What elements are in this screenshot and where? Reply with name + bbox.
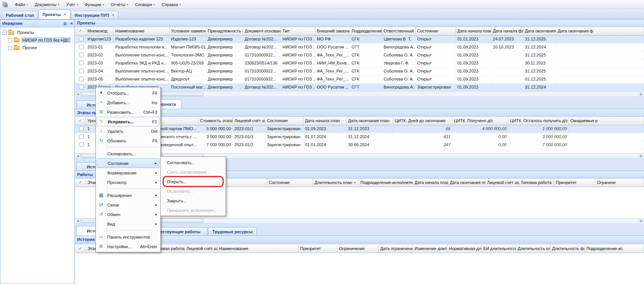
menu-item-select[interactable]: ▼Отобрать...F6 [97, 88, 160, 98]
row-checkbox[interactable] [79, 61, 84, 65]
column-header[interactable]: Длительность пла [516, 245, 550, 253]
menu-item-settings[interactable]: ⚙Настройки...Alt+Enter [97, 242, 160, 251]
close-tab-icon[interactable]: ✕ [63, 13, 66, 16]
grid-row[interactable]: Изделие123Разработка изделия 123Изделие-… [75, 36, 644, 44]
column-header[interactable]: Дата начала факт [491, 27, 523, 36]
column-header[interactable]: Приоритет [554, 179, 596, 187]
menu-item-preview[interactable]: Просмотр▶ [97, 178, 160, 187]
menu-item-links[interactable]: ⇄Связи▶ [97, 200, 160, 210]
column-header[interactable]: Стоимость этапа [199, 117, 233, 125]
column-header[interactable]: Состояние [416, 27, 456, 36]
menu-item-approve[interactable]: Согласовать... [161, 158, 225, 167]
row-checkbox[interactable] [79, 85, 84, 89]
column-header[interactable]: Дата окончания п [523, 27, 556, 36]
select-all-header[interactable]: ✓ [75, 179, 86, 187]
grid-row[interactable]: 2023-04Выполнение опытно-конс...Вектор-А… [75, 68, 644, 76]
column-header[interactable]: Наименование [114, 27, 169, 36]
column-header[interactable]: Нормативная длит [447, 245, 482, 253]
menu-item-edit[interactable]: ✎Исправить...F2 [97, 117, 160, 126]
menu-reports[interactable]: Отчёты▾ [107, 0, 131, 9]
row-checkbox[interactable] [79, 126, 84, 131]
tree-checkbox[interactable] [8, 46, 12, 50]
column-header[interactable]: Состояние [265, 117, 303, 125]
column-header[interactable]: Подразделение-исполнитель.. [359, 179, 413, 187]
menu-item-close[interactable]: Закрыть... [161, 196, 225, 205]
grid-row[interactable]: 2023-02Выполнение опытно-конс...Технолог… [75, 52, 644, 60]
column-header[interactable]: Ответственный [382, 27, 416, 36]
menu-item-formation[interactable]: Формирование▶ [97, 168, 160, 178]
column-header[interactable]: Подразделение-от [350, 27, 382, 36]
grid-row[interactable]: 2023-05Выполнение опытно-конс...Дредноут… [75, 76, 644, 84]
menu-item-copy[interactable]: Скопировать... [97, 149, 160, 158]
column-header[interactable]: Лицевой счёт затрат [233, 117, 265, 125]
tab-labor-resources[interactable]: Трудовые ресурсы [208, 227, 257, 236]
tree-node-other[interactable]: Прочее [0, 44, 74, 52]
column-header[interactable]: Подразделение-ис [585, 245, 644, 253]
row-checkbox[interactable] [79, 69, 84, 73]
tab-pup-instructions[interactable]: Инструкции ПУП✕ [71, 11, 119, 19]
tree-node-projects-root[interactable]: −Проекты [0, 29, 74, 36]
row-checkbox[interactable] [79, 142, 84, 147]
column-header[interactable]: Внешний заказчик [315, 27, 350, 36]
column-header[interactable]: Ожидаемые р [569, 117, 644, 125]
menu-dictionaries[interactable]: Словари▾ [131, 0, 158, 9]
column-header[interactable]: Дата окончания ф [556, 27, 644, 36]
column-header[interactable]: Мнемокод [86, 27, 114, 36]
select-all-header[interactable]: ✓ [75, 27, 86, 36]
column-header[interactable]: Лицевой счёт затр [185, 245, 218, 253]
column-header[interactable]: Длительность план▼ [313, 179, 359, 187]
grid-row[interactable]: 2023-01Разработка технологии и...Магнит … [75, 44, 644, 52]
column-header[interactable]: Ограниче [596, 179, 644, 187]
menu-item-duplicate[interactable]: ⊞Размножить...Ctrl+F3 [97, 107, 160, 117]
column-header[interactable]: Этап проекта [86, 179, 96, 187]
menu-item-add[interactable]: +Добавить...Ins [97, 98, 160, 107]
menu-item-refresh[interactable]: ↻ОбновитьF5 [97, 136, 160, 145]
menu-item-toolbar[interactable]: ▭Панель инструментов [97, 232, 160, 242]
menu-functions[interactable]: Функции▾ [81, 0, 107, 9]
column-header[interactable]: Приоритет [299, 245, 337, 253]
tree-expander-icon[interactable]: − [3, 31, 7, 35]
select-all-header[interactable]: ✓ [75, 245, 86, 253]
menu-help[interactable]: Справка▾ [158, 0, 184, 9]
column-header[interactable]: Изменение длител [413, 245, 447, 253]
column-header[interactable]: ЕИ длительности [482, 245, 516, 253]
filter-icon[interactable]: ▦ [63, 21, 67, 26]
column-header[interactable]: Дата начала план. [413, 179, 448, 187]
select-all-header[interactable]: ✓ [75, 117, 86, 125]
menu-item-exchange[interactable]: ↺Обмен▶ [97, 210, 160, 219]
column-header[interactable]: Типовая работа [519, 179, 554, 187]
tree-node-niokr-goz[interactable]: НИОКР по ГОЗ без НДС [0, 36, 74, 44]
column-header[interactable]: Состояние [267, 179, 313, 187]
column-header[interactable]: Дата окончания план [448, 179, 486, 187]
column-header[interactable]: Дата ограничения [379, 245, 413, 253]
tab-projects[interactable]: Проекты✕ [39, 10, 70, 19]
tree-checkbox[interactable] [8, 38, 12, 42]
close-tab-icon[interactable]: ✕ [112, 13, 115, 17]
column-header[interactable]: Тип [281, 27, 315, 36]
menu-item-state[interactable]: Состояние▶ [97, 158, 160, 168]
column-header[interactable]: Дата начала план [303, 117, 347, 125]
column-header[interactable]: Условное наименова [169, 27, 206, 36]
menu-file[interactable]: Файл▾ [11, 0, 31, 9]
column-header[interactable]: ЦИТК. Получено д/с [452, 117, 508, 125]
tab-desktop[interactable]: Рабочий стол [2, 11, 38, 19]
column-header[interactable]: ЦИТК. Дней до окончания [393, 117, 452, 125]
column-header[interactable]: Наименование [218, 245, 299, 253]
menu-documents[interactable]: Документы▾ [31, 0, 63, 9]
column-header[interactable]: Лицевой счёт затр [486, 179, 519, 187]
column-header[interactable]: Уровень [86, 117, 96, 125]
menu-item-delete[interactable]: ↓УдалитьDel [97, 126, 160, 136]
column-header[interactable]: Дата начала план. [456, 27, 491, 36]
menu-item-open[interactable]: Открыть... [161, 177, 225, 186]
column-header[interactable]: Принадлежность [206, 27, 243, 36]
column-header[interactable]: Дата окончания план [347, 117, 393, 125]
row-checkbox[interactable] [79, 37, 84, 41]
menu-accounting[interactable]: Учёт▾ [63, 0, 81, 9]
row-checkbox[interactable] [79, 134, 84, 139]
column-header[interactable]: Длительность фак [550, 245, 585, 253]
grid-row[interactable]: 2023-03Разработка ЭКД и РКД н...905-U020… [75, 60, 644, 68]
row-checkbox[interactable] [79, 45, 84, 49]
row-checkbox[interactable] [79, 77, 84, 81]
column-header[interactable]: ЦИТК. Осталось получить д/с [508, 117, 569, 125]
collapse-panel-icon[interactable]: « [70, 21, 73, 26]
